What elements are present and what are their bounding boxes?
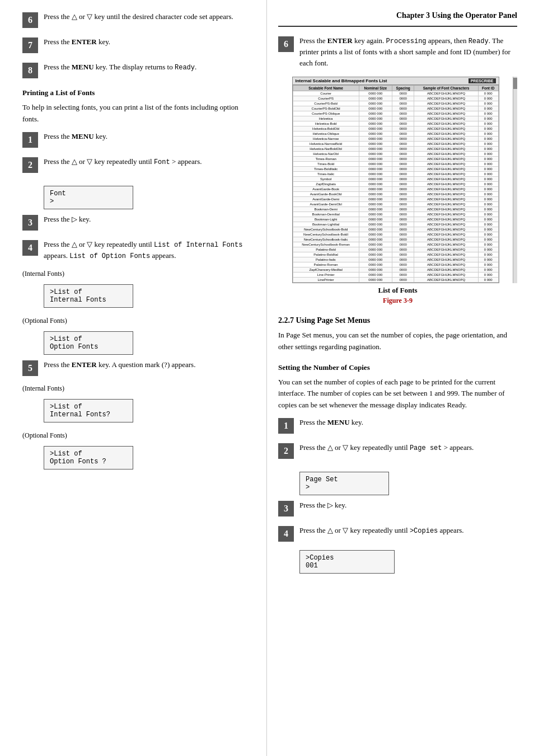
step-6-left: 6 Press the △ or ▽ key until the desired… bbox=[22, 11, 250, 28]
table-cell: 0 000 bbox=[478, 101, 498, 106]
table-cell: NewCenturySchoolbook-Bold bbox=[293, 227, 359, 232]
scroll-thumb[interactable] bbox=[513, 78, 517, 89]
table-cell: 0 000 bbox=[478, 217, 498, 222]
table-cell: 0000 000 bbox=[359, 192, 392, 197]
table-cell: 0 000 bbox=[478, 197, 498, 202]
table-cell: 0 000 bbox=[478, 242, 498, 247]
table-cell: 0 000 bbox=[478, 111, 498, 116]
table-cell: 0 000 bbox=[478, 147, 498, 152]
table-cell: 0000 000 bbox=[359, 202, 392, 207]
step-4: 4 Press the △ or ▽ key repeatedly until … bbox=[22, 239, 250, 261]
page: 6 Press the △ or ▽ key until the desired… bbox=[0, 0, 534, 756]
table-cell: CourierPS bbox=[293, 96, 359, 101]
table-cell: Times-Italic bbox=[293, 172, 359, 177]
display-internal-line1: >List of bbox=[50, 288, 127, 296]
table-cell: 0000 bbox=[392, 111, 414, 116]
display-copies-line2: 001 bbox=[306, 562, 388, 570]
table-cell: 0000 000 bbox=[359, 262, 392, 267]
table-cell: 0 000 bbox=[478, 278, 498, 283]
table-cell: 0 000 bbox=[478, 227, 498, 232]
table-cell: 0000 000 bbox=[359, 157, 392, 162]
step-3-right: 3 Press the ▷ key. bbox=[278, 500, 517, 516]
table-cell: Palatino-Roman bbox=[293, 262, 359, 267]
table-cell: 0000 bbox=[392, 192, 414, 197]
table-cell: 0000 bbox=[392, 227, 414, 232]
section-227-para: In Page Set menus, you can set the numbe… bbox=[278, 330, 517, 353]
table-cell: 0 000 bbox=[478, 96, 498, 101]
table-row: AvantGarde-BookObl0000 0000000ABCDEFGHIJ… bbox=[293, 192, 498, 197]
table-cell: 0 000 bbox=[478, 237, 498, 242]
table-cell: Bookman-Light bbox=[293, 217, 359, 222]
table-row: NewCenturySchoolbook-Bold0000 0000000ABC… bbox=[293, 227, 498, 232]
table-cell: 0 000 bbox=[478, 172, 498, 177]
table-row: CourierPS0000 0000000ABCDEFGHIJKLMNOPQ0 … bbox=[293, 96, 498, 101]
table-row: CourierPS-BoldObl0000 0000000ABCDEFGHIJK… bbox=[293, 106, 498, 111]
step-3: 3 Press the ▷ key. bbox=[22, 214, 250, 231]
display-internal2-line2: Internal Fonts? bbox=[50, 411, 127, 419]
table-cell: ABCDEFGHIJKLMNOPQ bbox=[414, 192, 478, 197]
table-cell: 0 000 bbox=[478, 257, 498, 262]
table-row: ZapfChancery-MedItal0000 0000000ABCDEFGH… bbox=[293, 267, 498, 273]
table-cell: ABCDEFGHIJKLMNOPQ bbox=[414, 101, 478, 106]
table-cell: Bookman-Demi bbox=[293, 207, 359, 212]
display-pageset-line1: Page Set bbox=[306, 476, 383, 483]
step-number-3: 3 bbox=[22, 215, 38, 231]
step-2-text: Press the △ or ▽ key repeatedly until Fo… bbox=[44, 156, 250, 167]
table-cell: ABCDEFGHIJKLMNOPQ bbox=[414, 111, 478, 116]
table-row: Times-Italic0000 0000000ABCDEFGHIJKLMNOP… bbox=[293, 172, 498, 177]
table-cell: ABCDEFGHIJKLMNOPQ bbox=[414, 172, 478, 177]
table-cell: 0000 000 bbox=[359, 147, 392, 152]
table-cell: 0000 bbox=[392, 242, 414, 247]
table-cell: 0 000 bbox=[478, 152, 498, 157]
step-number-2: 2 bbox=[22, 157, 38, 173]
table-cell: Line-Printer bbox=[293, 273, 359, 278]
table-cell: 0000 000 bbox=[359, 232, 392, 237]
table-cell: NewCenturySchoolbook-Italic bbox=[293, 237, 359, 242]
table-cell: 0000 000 bbox=[359, 126, 392, 132]
printing-section-para: To help in selecting fonts, you can prin… bbox=[22, 102, 250, 125]
step-5-text: Press the ENTER key. A question mark (?)… bbox=[44, 359, 250, 370]
sublabel-optional: (Optional Fonts) bbox=[22, 317, 250, 325]
table-cell: 0000 000 bbox=[359, 116, 392, 121]
table-cell: NewCenturySchoolbook-Roman bbox=[293, 242, 359, 247]
table-cell: 0000 bbox=[392, 162, 414, 167]
table-row: Bookman-Light0000 0000000ABCDEFGHIJKLMNO… bbox=[293, 217, 498, 222]
table-cell: 0 000 bbox=[478, 202, 498, 207]
table-cell: 0000 000 bbox=[359, 182, 392, 187]
col-header-spacing: Spacing bbox=[392, 86, 414, 91]
table-cell: 0 000 bbox=[478, 212, 498, 217]
copies-para: You can set the number of copies of each… bbox=[278, 377, 517, 411]
table-row: ZapfDingbats0000 0000000ABCDEFGHIJKLMNOP… bbox=[293, 182, 498, 187]
right-column: Chapter 3 Using the Operator Panel 6 Pre… bbox=[267, 0, 534, 756]
step-1-text: Press the MENU key. bbox=[44, 131, 250, 142]
table-cell: 0000 000 bbox=[359, 172, 392, 177]
table-cell: NewCenturySchoolbook-BoldI bbox=[293, 232, 359, 237]
table-cell: 0 000 bbox=[478, 267, 498, 273]
step-1: 1 Press the MENU key. bbox=[22, 131, 250, 148]
table-cell: 0000 bbox=[392, 177, 414, 182]
table-cell: 0 000 bbox=[478, 187, 498, 192]
table-cell: 0000 bbox=[392, 262, 414, 267]
col-header-font-id: Font ID bbox=[478, 86, 498, 91]
table-row: AvantGarde-Book0000 0000000ABCDEFGHIJKLM… bbox=[293, 187, 498, 192]
display-pageset: Page Set > bbox=[299, 472, 389, 495]
table-row: Helvetica-Bold0000 0000000ABCDEFGHIJKLMN… bbox=[293, 121, 498, 126]
table-cell: 0 000 bbox=[478, 116, 498, 121]
printing-section-heading: Printing a List of Fonts bbox=[22, 88, 250, 97]
table-cell: Times-Roman bbox=[293, 157, 359, 162]
table-cell: ABCDEFGHIJKLMNOPQ bbox=[414, 106, 478, 111]
table-cell: 0 000 bbox=[478, 91, 498, 96]
figure-caption: List of Fonts bbox=[278, 286, 517, 295]
table-cell: 0000 bbox=[392, 116, 414, 121]
table-cell: 0000 bbox=[392, 278, 414, 283]
table-cell: 0000 bbox=[392, 252, 414, 257]
fonts-scrollbar[interactable] bbox=[513, 77, 517, 283]
fonts-list-image: Internal Scalable and Bitmapped Fonts Li… bbox=[292, 77, 499, 283]
table-cell: ZapfChancery-MedItal bbox=[293, 267, 359, 273]
table-cell: ABCDEFGHIJKLMNOPQ bbox=[414, 96, 478, 101]
table-cell: Helvetica-Oblique bbox=[293, 132, 359, 137]
display-font-line2: > bbox=[50, 198, 127, 205]
table-row: Line-Printer0000 0000000ABCDEFGHIJKLMNOP… bbox=[293, 273, 498, 278]
step-number-8: 8 bbox=[22, 63, 38, 78]
table-cell: ABCDEFGHIJKLMNOPQ bbox=[414, 202, 478, 207]
